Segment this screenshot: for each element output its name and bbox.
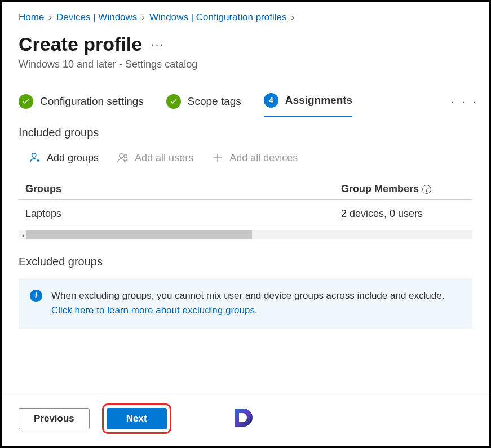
breadcrumb-devices[interactable]: Devices | Windows: [56, 12, 137, 23]
cell-group-name: Laptops: [25, 208, 341, 220]
add-groups-button[interactable]: Add groups: [26, 149, 101, 166]
previous-button[interactable]: Previous: [19, 408, 90, 429]
cell-group-members: 2 devices, 0 users: [341, 208, 466, 220]
col-header-members[interactable]: Group Members i: [341, 183, 466, 195]
check-circle-icon: [19, 94, 33, 109]
horizontal-scrollbar[interactable]: ◂: [19, 230, 472, 239]
included-groups-heading: Included groups: [19, 126, 472, 139]
person-add-icon: [29, 152, 41, 164]
col-header-groups[interactable]: Groups: [25, 183, 341, 195]
wizard-steps: Configuration settings Scope tags 4 Assi…: [19, 93, 472, 109]
scrollbar-thumb[interactable]: [26, 230, 252, 239]
next-button[interactable]: Next: [107, 408, 167, 429]
excluded-info-banner: i When excluding groups, you cannot mix …: [19, 278, 472, 329]
add-all-devices-button[interactable]: Add all devices: [209, 149, 300, 166]
action-label: Add all devices: [229, 152, 298, 164]
action-label: Add all users: [135, 152, 193, 164]
svg-point-1: [120, 154, 123, 158]
step-scope-tags[interactable]: Scope tags: [166, 94, 241, 109]
scroll-left-icon[interactable]: ◂: [19, 230, 26, 239]
svg-point-0: [32, 153, 36, 157]
learn-more-link[interactable]: Click here to learn more about excluding…: [51, 305, 258, 316]
svg-point-2: [124, 155, 127, 158]
plus-icon: [211, 152, 224, 164]
add-all-users-button[interactable]: Add all users: [114, 149, 196, 166]
table-row[interactable]: Laptops 2 devices, 0 users: [19, 200, 472, 228]
wizard-footer: Previous Next: [2, 393, 489, 446]
page-subtitle: Windows 10 and later - Settings catalog: [19, 59, 472, 70]
chevron-right-icon: ›: [141, 12, 145, 23]
breadcrumb: Home › Devices | Windows › Windows | Con…: [19, 12, 472, 23]
step-configuration-settings[interactable]: Configuration settings: [19, 94, 144, 109]
step-label: Assignments: [285, 94, 352, 107]
action-label: Add groups: [47, 152, 99, 164]
step-assignments[interactable]: 4 Assignments: [264, 93, 352, 117]
next-highlight: Next: [102, 403, 171, 434]
step-label: Configuration settings: [40, 95, 144, 108]
check-circle-icon: [166, 94, 181, 109]
banner-message: When excluding groups, you cannot mix us…: [51, 290, 444, 301]
chevron-right-icon: ›: [291, 12, 294, 23]
info-icon: i: [30, 290, 42, 302]
step-label: Scope tags: [188, 95, 241, 108]
chevron-right-icon: ›: [48, 12, 52, 23]
step-number-icon: 4: [264, 93, 278, 108]
included-toolbar: Add groups Add all users Add all devices: [26, 149, 472, 166]
brand-logo: [229, 405, 256, 432]
info-icon[interactable]: i: [422, 185, 431, 194]
page-title: Create profile: [19, 33, 142, 55]
excluded-groups-heading: Excluded groups: [19, 255, 472, 268]
more-steps-icon[interactable]: · · ·: [451, 95, 478, 108]
col-header-label: Group Members: [341, 183, 419, 195]
breadcrumb-home[interactable]: Home: [19, 12, 44, 23]
more-actions-icon[interactable]: ···: [151, 38, 164, 51]
people-icon: [117, 152, 129, 164]
groups-table: Groups Group Members i Laptops 2 devices…: [19, 179, 472, 228]
breadcrumb-profiles[interactable]: Windows | Configuration profiles: [149, 12, 286, 23]
banner-text: When excluding groups, you cannot mix us…: [51, 289, 461, 318]
